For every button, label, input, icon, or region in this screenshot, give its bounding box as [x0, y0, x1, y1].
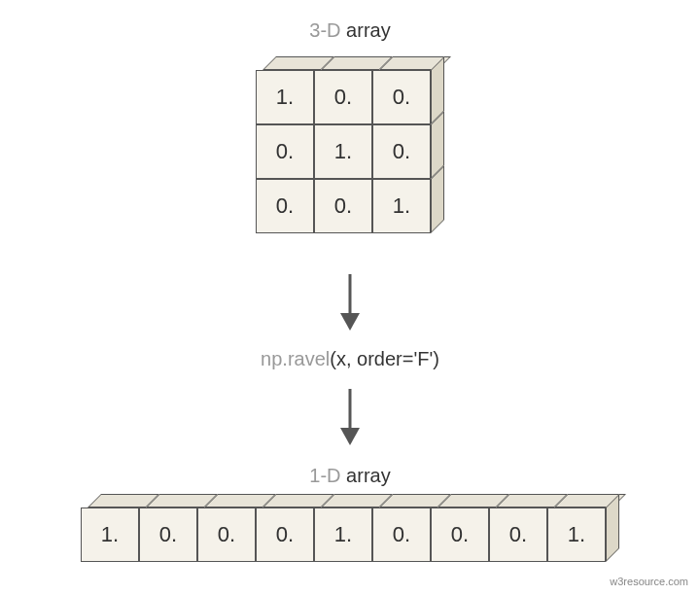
cube-front-face: 0. — [314, 179, 372, 233]
cube-row-1d: 1.0.0.0.1.0.0.0.1. — [81, 494, 619, 562]
cube-front-face: 1. — [547, 508, 606, 562]
code-label: np.ravel(x, order='F') — [0, 348, 700, 370]
title-1d-array: 1-D array — [0, 465, 700, 487]
watermark: w3resource.com — [610, 576, 688, 587]
svg-marker-1 — [340, 313, 360, 331]
cube-cell: 0. — [372, 56, 431, 111]
cube-front-face: 0. — [139, 508, 197, 562]
cube-cell: 1. — [372, 165, 431, 220]
cube-side-face — [606, 494, 619, 562]
cube-front-face: 0. — [431, 508, 489, 562]
cube-front-face: 0. — [489, 508, 547, 562]
code-func: np.ravel — [261, 348, 330, 369]
arrow-down-1 — [335, 272, 365, 332]
cube-cell: 0. — [489, 494, 547, 548]
cube-cell: 0. — [431, 494, 489, 548]
cube-cell: 0. — [314, 56, 372, 111]
cube-front-face: 0. — [256, 179, 314, 233]
cube-front-face: 0. — [372, 508, 431, 562]
cube-front-face: 1. — [314, 508, 372, 562]
cube-cell: 0. — [314, 165, 372, 220]
cube-cell: 1. — [547, 494, 606, 548]
cube-cell: 0. — [139, 494, 197, 548]
cube-cell: 0. — [372, 111, 431, 165]
cube-front-face: 0. — [197, 508, 256, 562]
cube-side-face — [431, 165, 444, 233]
cube-cell: 0. — [197, 494, 256, 548]
cube-cell: 0. — [256, 494, 314, 548]
cube-cell: 0. — [256, 111, 314, 165]
cube-front-face: 0. — [256, 508, 314, 562]
cube-front-face: 1. — [81, 508, 139, 562]
title-3d-array: 3-D array — [0, 19, 700, 42]
code-args: (x, order='F') — [330, 348, 439, 369]
title-1d-dim: 1-D — [309, 465, 340, 486]
title-1d-word: array — [341, 465, 391, 486]
cube-cell: 1. — [81, 494, 139, 548]
cube-cell: 0. — [256, 165, 314, 220]
cube-cell: 1. — [256, 56, 314, 111]
title-3d-dim: 3-D — [309, 19, 340, 41]
cube-cell: 1. — [314, 111, 372, 165]
cube-cell: 1. — [314, 494, 372, 548]
cube-front-face: 1. — [372, 179, 431, 233]
arrow-down-2 — [335, 387, 365, 447]
cube-cell: 0. — [372, 494, 431, 548]
cube-grid-3d: 1.0.0.0.1.0.0.0.1. — [256, 56, 444, 233]
title-3d-word: array — [341, 19, 391, 41]
svg-marker-3 — [340, 428, 360, 445]
